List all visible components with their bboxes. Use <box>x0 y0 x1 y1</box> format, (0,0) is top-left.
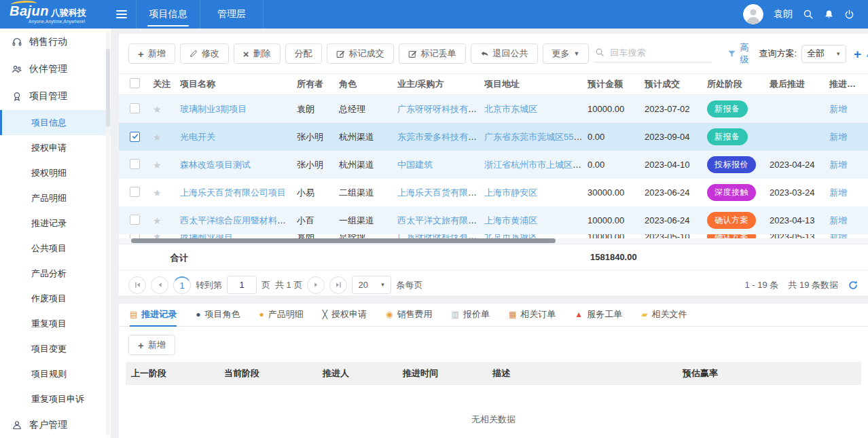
sidebar-item-duplicate-project-appeal[interactable]: 重复项目申诉 <box>0 386 111 412</box>
mark-lost-button[interactable]: 标记丢单 <box>399 43 466 64</box>
bottom-tab-quotation[interactable]: ▥报价单 <box>452 304 490 327</box>
table-search-input[interactable] <box>609 47 710 58</box>
column-header: 项目地址 <box>484 78 587 90</box>
star-icon[interactable]: ★ <box>153 187 162 198</box>
delete-button[interactable]: ×删除 <box>234 43 281 64</box>
bottom-tab-related-file[interactable]: ▰相关文件 <box>641 304 687 327</box>
project-name-link[interactable]: 光电开关 <box>180 132 215 142</box>
buyer-link[interactable]: 上海乐天百货有限公司 <box>397 187 484 198</box>
avatar[interactable] <box>743 4 763 24</box>
prev-page-button[interactable] <box>151 276 168 294</box>
project-name-link[interactable]: 森林改造项目测试 <box>180 160 251 170</box>
bottom-tab-project-role[interactable]: ●项目角色 <box>196 304 240 327</box>
page-unit-label: 页 <box>261 279 270 291</box>
address-link[interactable]: 上海市黄浦区 <box>484 215 537 225</box>
star-icon[interactable]: ★ <box>153 132 162 143</box>
assign-button[interactable]: 分配 <box>285 43 322 64</box>
user-name[interactable]: 袁朗 <box>774 8 793 20</box>
bottom-tab-auth-apply[interactable]: ╳授权申请 <box>323 304 367 327</box>
refresh-icon[interactable] <box>848 280 858 291</box>
bottom-add-button[interactable]: + 新增 <box>128 335 175 355</box>
star-icon[interactable]: ★ <box>153 215 162 226</box>
top-tab-project-info[interactable]: 项目信息 <box>136 0 200 29</box>
page-size-select[interactable]: 20 ▼ <box>352 276 391 294</box>
push-stage-link[interactable]: 新增 <box>829 187 847 198</box>
address-link[interactable]: 上海市静安区 <box>484 187 537 198</box>
horizontal-scrollbar-thumb[interactable] <box>131 238 556 243</box>
star-icon[interactable]: ★ <box>153 160 162 170</box>
search-icon[interactable] <box>803 9 814 20</box>
bottom-tab-progress-record[interactable]: ▤推进记录 <box>130 304 177 327</box>
last-page-button[interactable] <box>329 276 347 294</box>
address-link[interactable]: 广东省东莞市莞城区55555 <box>484 132 587 142</box>
row-checkbox[interactable] <box>130 187 140 197</box>
next-page-button[interactable] <box>307 276 325 294</box>
push-stage-link[interactable]: 新增 <box>829 132 847 142</box>
sidebar-item-public-project[interactable]: 公共项目 <box>0 236 111 261</box>
push-stage-link[interactable]: 新增 <box>829 104 847 114</box>
select-all-checkbox[interactable] <box>130 78 140 88</box>
menu-toggle-icon[interactable] <box>107 0 136 29</box>
advanced-search-link[interactable]: 高级 <box>740 41 748 66</box>
bottom-tab-service-ticket[interactable]: ▲服务工单 <box>575 304 622 327</box>
sidebar-item-voided-project[interactable]: 作废项目 <box>0 286 111 311</box>
sidebar-item-sales-action[interactable]: 销售行动 <box>0 29 111 56</box>
sidebar-item-product-analysis[interactable]: 产品分析 <box>0 261 111 286</box>
project-name-link[interactable]: 西太平洋综合应用暨材料试... <box>180 215 293 225</box>
row-checkbox[interactable] <box>130 103 140 113</box>
bell-icon[interactable] <box>824 10 834 20</box>
return-public-button[interactable]: 退回公共 <box>471 43 538 64</box>
first-page-button[interactable] <box>128 276 146 294</box>
buyer-link[interactable]: 西太平洋文旅有限公司 <box>397 215 484 225</box>
bottom-tab-sales-expense[interactable]: ◉销售费用 <box>386 304 432 327</box>
address-link[interactable]: 浙江省杭州市市上城区杭州... <box>484 160 587 170</box>
row-checkbox[interactable] <box>130 215 140 225</box>
sidebar-item-auth-apply[interactable]: 授权申请 <box>0 135 111 160</box>
sidebar-scrollbar-thumb[interactable] <box>106 49 110 127</box>
top-tab-management[interactable]: 管理层 <box>200 0 264 29</box>
sidebar-item-auth-detail[interactable]: 授权明细 <box>0 160 111 185</box>
page-size-value: 20 <box>358 280 367 290</box>
owner-cell: 小百 <box>297 215 339 227</box>
close-date-cell: 2023-04-10 <box>645 160 707 170</box>
column-header: 上一阶段 <box>126 367 224 380</box>
star-icon[interactable]: ★ <box>153 104 162 115</box>
power-icon[interactable] <box>844 10 854 20</box>
address-link[interactable]: 北京市东城区 <box>484 104 537 114</box>
project-name-link[interactable]: 上海乐天百货有限公司项目 <box>180 187 286 198</box>
query-plan-select[interactable]: 全部 ▼ <box>801 45 846 63</box>
bottom-tab-product-detail[interactable]: ●产品明细 <box>259 304 304 327</box>
sidebar-item-progress-record[interactable]: 推进记录 <box>0 211 111 236</box>
toolbar: +新增修改×删除分配标记成交标记丢单退回公共更多▼ 高级 查询方案: 全部 ▼ … <box>119 34 868 73</box>
owner-cell: 张小明 <box>297 131 339 143</box>
column-header: 所有者 <box>297 78 339 90</box>
more-button[interactable]: 更多▼ <box>543 43 590 64</box>
edit-button[interactable]: 修改 <box>180 43 229 64</box>
sidebar-item-project-info[interactable]: 项目信息 <box>0 110 111 135</box>
row-checkbox[interactable] <box>130 132 140 142</box>
sidebar-item-product-detail[interactable]: 产品明细 <box>0 185 111 211</box>
push-stage-link[interactable]: 新增 <box>829 160 847 170</box>
sidebar-item-project-rule[interactable]: 项目规则 <box>0 361 111 386</box>
project-name-link[interactable]: 玻璃制业3期项目 <box>180 104 247 114</box>
add-button[interactable]: +新增 <box>128 43 175 64</box>
bottom-tab-related-order[interactable]: ▦相关订单 <box>509 304 556 327</box>
row-checkbox[interactable] <box>130 159 140 169</box>
current-page-button[interactable]: 1 <box>173 276 191 294</box>
sidebar-item-partner-management[interactable]: 伙伴管理 <box>0 56 111 83</box>
sidebar-item-project-management[interactable]: 项目管理 <box>0 83 111 110</box>
goto-page-input[interactable] <box>227 276 257 294</box>
app-logo[interactable]: Bajun 八骏科技 Anyone,Anytime,Anywhere! <box>0 0 107 29</box>
mark-won-button[interactable]: 标记成交 <box>327 43 394 64</box>
sidebar-item-duplicate-project[interactable]: 重复项目 <box>0 311 111 336</box>
button-label: 更多 <box>552 48 570 60</box>
sidebar-item-customer-management[interactable]: 客户管理 <box>0 412 111 438</box>
push-stage-link[interactable]: 新增 <box>829 215 847 225</box>
filter-funnel-icon[interactable] <box>727 50 736 58</box>
add-query-plan-icon[interactable]: + <box>854 48 861 60</box>
buyer-link[interactable]: 东莞市爱多科技有限... <box>397 132 484 142</box>
search-icon <box>595 48 604 57</box>
sidebar-item-project-change[interactable]: 项目变更 <box>0 336 111 361</box>
buyer-link[interactable]: 中国建筑 <box>397 160 433 170</box>
buyer-link[interactable]: 广东呀呀呀科技有限... <box>397 104 484 114</box>
